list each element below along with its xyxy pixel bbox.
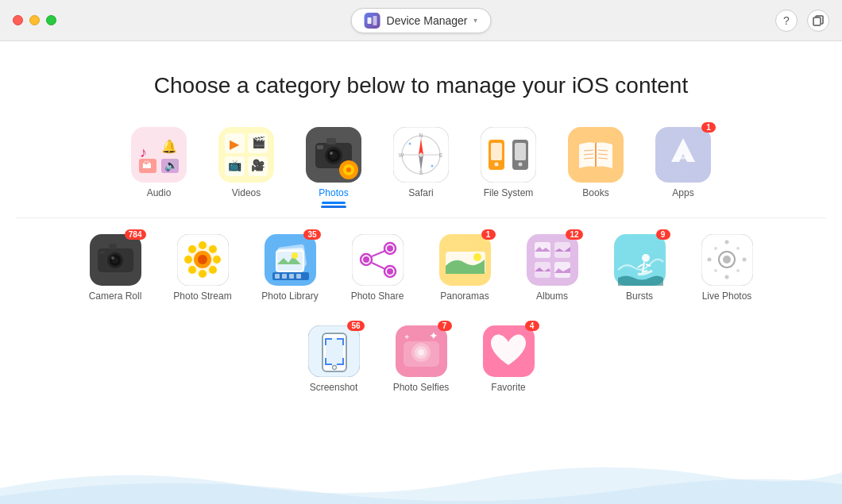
svg-rect-92 <box>352 234 404 286</box>
photo-library-icon <box>265 234 316 286</box>
svg-text:E: E <box>439 152 443 158</box>
svg-point-80 <box>198 255 207 264</box>
close-button[interactable] <box>13 15 23 25</box>
camera-roll-icon <box>90 234 141 286</box>
favorite-badge: 4 <box>525 321 539 331</box>
photo-stream-icon <box>177 234 229 286</box>
svg-rect-0 <box>368 17 372 24</box>
bursts-icon <box>614 234 666 286</box>
svg-rect-68 <box>99 251 105 254</box>
panoramas-label: Panoramas <box>440 290 489 302</box>
audio-icon: ♪ 🔔 🏔 🔊 <box>131 127 187 183</box>
filesystem-icon <box>481 127 536 183</box>
help-button[interactable]: ? <box>775 10 798 32</box>
sidebar-item-books[interactable]: Books <box>560 127 632 204</box>
maximize-button[interactable] <box>46 15 56 25</box>
svg-rect-58 <box>655 127 711 183</box>
photo-selfies-icon: ✦ ✦ <box>396 325 447 377</box>
photo-selfies-label: Photo Selfies <box>393 382 450 393</box>
svg-point-86 <box>292 252 298 259</box>
svg-rect-90 <box>289 274 294 279</box>
books-icon-wrap <box>568 127 624 183</box>
svg-point-24 <box>330 152 333 155</box>
photo-library-badge: 35 <box>303 229 320 240</box>
svg-rect-26 <box>317 145 323 149</box>
live-photos-label: Live Photos <box>702 290 752 302</box>
safari-icon-wrap: N S W E <box>393 127 449 183</box>
screenshot-icon-wrap: 56 <box>308 325 360 377</box>
books-icon <box>568 127 624 183</box>
photo-share-icon-wrap <box>352 234 404 286</box>
svg-text:🔊: 🔊 <box>164 159 179 172</box>
live-photos-icon-wrap <box>701 234 753 286</box>
apps-badge: 1 <box>701 122 716 133</box>
page-headline: Choose a category below to manage your i… <box>16 73 826 98</box>
dropdown-chevron: ▾ <box>473 16 477 25</box>
sub-item-screenshot[interactable]: 56 Screenshot <box>298 325 369 393</box>
sidebar-item-filesystem[interactable]: File System <box>473 127 544 204</box>
svg-point-113 <box>723 256 731 264</box>
svg-rect-48 <box>515 143 526 160</box>
favorite-icon <box>483 325 535 377</box>
photo-selfies-icon-wrap: 7 ✦ ✦ <box>396 325 447 377</box>
svg-text:✦: ✦ <box>404 333 410 341</box>
svg-text:🏔: 🏔 <box>142 160 152 171</box>
sub-item-favorite[interactable]: 4 Favorite <box>473 325 544 393</box>
sub-item-photo-share[interactable]: Photo Share <box>342 234 413 302</box>
svg-point-37 <box>409 143 411 145</box>
minimize-button[interactable] <box>29 15 40 25</box>
bottom-decoration <box>0 456 842 504</box>
camera-roll-label: Camera Roll <box>89 290 142 302</box>
sub-item-photo-selfies[interactable]: 7 ✦ ✦ <box>385 325 457 393</box>
svg-text:✦: ✦ <box>429 329 438 342</box>
svg-rect-45 <box>491 143 502 160</box>
sub-item-photo-stream[interactable]: Photo Stream <box>167 234 238 302</box>
svg-point-75 <box>188 245 196 253</box>
sidebar-item-videos[interactable]: ▶ 🎬 📺 🎥 Videos <box>210 127 282 204</box>
svg-point-118 <box>714 247 717 250</box>
videos-icon: ▶ 🎬 📺 🎥 <box>218 127 274 183</box>
svg-point-116 <box>707 258 711 262</box>
svg-text:🎬: 🎬 <box>252 136 266 149</box>
photos-icon-wrap <box>306 127 361 183</box>
sidebar-item-audio[interactable]: ♪ 🔔 🏔 🔊 Audio <box>123 127 195 204</box>
svg-rect-89 <box>282 274 287 279</box>
camera-roll-icon-wrap: 784 <box>90 234 141 286</box>
svg-point-115 <box>724 275 728 279</box>
photo-stream-icon-wrap <box>177 234 229 286</box>
sub-item-live-photos[interactable]: Live Photos <box>691 234 763 302</box>
sub-item-albums[interactable]: 12 <box>516 234 588 302</box>
favorite-icon-wrap: 4 <box>483 325 535 377</box>
photo-library-icon-wrap: 35 <box>265 234 316 286</box>
svg-rect-25 <box>326 138 336 144</box>
sub-item-camera-roll[interactable]: 784 Camera Roll <box>79 234 151 302</box>
svg-point-130 <box>418 349 424 356</box>
photo-stream-label: Photo Stream <box>173 290 231 302</box>
sidebar-item-safari[interactable]: N S W E Safari <box>385 127 457 204</box>
sub-item-photo-library[interactable]: 35 <box>254 234 326 302</box>
sub-item-bursts[interactable]: 9 <box>604 234 675 302</box>
apps-icon-wrap: 1 <box>655 127 711 183</box>
albums-label: Albums <box>536 290 568 302</box>
svg-point-77 <box>209 245 217 253</box>
svg-text:W: W <box>399 152 404 158</box>
window-button[interactable] <box>807 10 829 32</box>
svg-text:🔔: 🔔 <box>161 139 177 154</box>
photo-share-icon <box>352 234 404 286</box>
camera-roll-badge: 784 <box>125 229 146 240</box>
svg-text:♪: ♪ <box>140 144 147 160</box>
sidebar-item-apps[interactable]: 1 Apps <box>647 127 719 204</box>
panoramas-badge: 1 <box>481 229 496 240</box>
albums-icon <box>527 234 578 286</box>
svg-point-117 <box>742 258 746 262</box>
sidebar-item-photos[interactable]: Photos <box>298 127 369 204</box>
app-title-dropdown[interactable]: Device Manager ▾ <box>351 8 492 33</box>
svg-rect-1 <box>373 16 377 25</box>
svg-point-100 <box>387 268 393 275</box>
svg-text:📺: 📺 <box>228 159 242 172</box>
photo-share-label: Photo Share <box>351 290 404 302</box>
svg-text:🎥: 🎥 <box>251 159 265 172</box>
svg-point-114 <box>724 240 728 244</box>
sub-item-panoramas[interactable]: 1 Panoramas <box>429 234 500 302</box>
svg-rect-67 <box>109 244 117 249</box>
